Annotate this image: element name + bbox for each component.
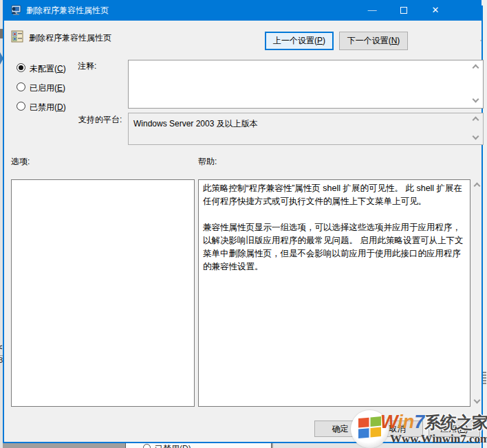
button-label: ) — [466, 424, 468, 434]
help-label: 帮助: — [198, 156, 217, 168]
button-hotkey: A — [459, 424, 465, 434]
scroll-down-icon[interactable] — [473, 96, 479, 103]
next-setting-button[interactable]: 下一个设置(N) — [339, 32, 408, 50]
background-text-fragment — [483, 372, 486, 385]
help-scroll-up-icon[interactable] — [474, 183, 481, 190]
scroll-up-icon[interactable] — [473, 65, 479, 71]
maximize-button[interactable] — [388, 0, 420, 21]
radio-label: 已启用(E) — [30, 82, 65, 94]
background-window-bottom-sliver: 已禁用(D) — [3, 443, 480, 448]
radio-icon — [143, 444, 151, 448]
ok-button[interactable]: 确定 — [314, 421, 366, 437]
radio-label: 未配置(C) — [30, 63, 66, 75]
scroll-down-icon[interactable] — [473, 133, 479, 140]
help-scroll-down-icon[interactable] — [474, 397, 481, 404]
partial-radio-label: 已禁用(D) — [155, 443, 191, 448]
setting-title: 删除程序兼容性属性页 — [29, 32, 111, 44]
screenshot-canvas: < 3 已禁用(D) 删除程序兼容性属性页 — — [0, 0, 487, 448]
previous-setting-button[interactable]: 上一个设置(P) — [265, 32, 334, 50]
window-title: 删除程序兼容性属性页 — [26, 0, 109, 21]
background-strip — [273, 443, 480, 448]
platform-label: 支持的平台: — [78, 114, 122, 126]
help-paragraph: 兼容性属性页显示一组选项，可以选择这些选项并应用于应用程序，以解决影响旧版应用程… — [203, 221, 466, 273]
background-dialog-fragment: 已禁用(D) — [125, 443, 272, 448]
policy-setting-icon — [11, 30, 23, 43]
button-label: 下一个设置( — [347, 36, 391, 45]
radio-icon — [17, 63, 25, 72]
button-hotkey: P — [317, 36, 323, 45]
button-label: ) — [397, 36, 400, 45]
button-label: 应用( — [440, 424, 459, 434]
apply-button[interactable]: 应用(A) — [429, 421, 480, 437]
options-panel — [11, 179, 195, 407]
titlebar[interactable]: 删除程序兼容性属性页 — ✕ — [4, 0, 481, 21]
platform-value: Windows Server 2003 及以上版本 — [133, 118, 258, 130]
maximize-icon — [400, 7, 407, 14]
radio-label: 已禁用(D) — [30, 102, 66, 113]
minimize-button[interactable]: — — [356, 0, 388, 21]
help-text: 此策略控制“程序兼容性”属性页 shell 扩展的可见性。 此 shell 扩展… — [199, 180, 470, 276]
button-label: ) — [323, 36, 325, 45]
close-button[interactable]: ✕ — [420, 0, 451, 21]
group-policy-icon — [10, 5, 21, 16]
background-scroll-left-icon: < — [0, 343, 2, 351]
policy-setting-dialog: 删除程序兼容性属性页 — ✕ 删除程序兼容性属性页 上一个设置(P) 下一个设置… — [3, 0, 480, 443]
platform-textbox: Windows Server 2003 及以上版本 — [128, 113, 484, 145]
radio-icon — [17, 102, 25, 111]
button-label: 上一个设置( — [273, 36, 317, 45]
cancel-button[interactable]: 取消 — [371, 421, 423, 437]
comment-textarea[interactable] — [128, 60, 484, 109]
scroll-up-icon[interactable] — [473, 117, 479, 124]
radio-icon — [17, 82, 25, 91]
comment-label: 注释: — [78, 60, 96, 72]
help-panel: 此策略控制“程序兼容性”属性页 shell 扩展的可见性。 此 shell 扩展… — [198, 179, 470, 407]
help-paragraph: 此策略控制“程序兼容性”属性页 shell 扩展的可见性。 此 shell 扩展… — [203, 182, 466, 208]
options-label: 选项: — [11, 156, 30, 168]
